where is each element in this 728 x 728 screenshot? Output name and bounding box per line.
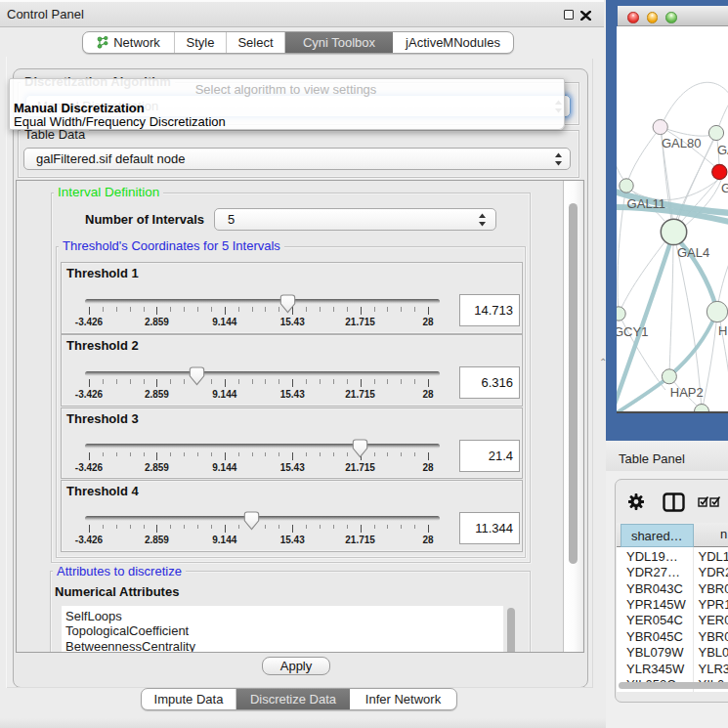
svg-text:GCY1: GCY1 — [617, 324, 648, 339]
svg-text:HAP2: HAP2 — [670, 385, 704, 400]
svg-text:GAL4: GAL4 — [677, 245, 709, 260]
svg-text:G: G — [721, 181, 728, 195]
svg-text:H: H — [718, 323, 727, 338]
svg-text:GAL11: GAL11 — [627, 196, 666, 211]
svg-text:GAL80: GAL80 — [662, 136, 701, 150]
svg-text:GA: GA — [717, 143, 728, 157]
